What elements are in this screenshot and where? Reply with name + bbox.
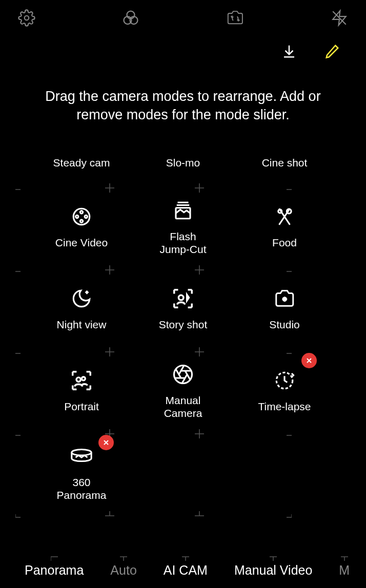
modes-row-2: Night view Story shot Studio xyxy=(31,268,335,350)
tab-manual-video[interactable]: Manual Video xyxy=(221,563,326,578)
remove-mode-button[interactable] xyxy=(301,353,317,368)
svg-point-0 xyxy=(25,16,29,20)
portrait-icon xyxy=(70,368,93,393)
mode-label: Story shot xyxy=(159,318,208,331)
svg-point-19 xyxy=(72,449,91,455)
mode-label: Steady cam xyxy=(53,156,110,169)
tab-ai-cam[interactable]: AI CAM xyxy=(150,563,221,578)
modes-row-1: Cine Video Flash Jump-Cut Food xyxy=(31,186,335,268)
mode-steady-cam[interactable]: Steady cam xyxy=(31,140,132,186)
tab-more[interactable]: M xyxy=(326,563,363,578)
svg-point-7 xyxy=(80,211,83,214)
instructions-text: Drag the camera modes to rearrange. Add … xyxy=(0,67,366,140)
svg-point-8 xyxy=(76,216,78,218)
mode-story-shot[interactable]: Story shot xyxy=(132,268,234,350)
utensils-icon xyxy=(274,204,295,229)
modes-row-0: Steady cam Slo-mo Cine shot xyxy=(31,140,335,186)
mode-label: Portrait xyxy=(64,400,99,413)
mode-studio[interactable]: Studio xyxy=(234,268,335,350)
moon-icon xyxy=(71,286,92,311)
aperture-icon xyxy=(172,362,194,387)
mode-label: Cine shot xyxy=(262,156,308,169)
modes-row-4: 360 Panorama xyxy=(31,432,335,514)
mode-label: Slo-mo xyxy=(166,156,200,169)
mode-slider[interactable]: Panorama Auto AI CAM Manual Video M xyxy=(0,552,366,588)
mode-label: Studio xyxy=(269,318,300,331)
mode-flash-jump-cut[interactable]: Flash Jump-Cut xyxy=(132,186,234,268)
mode-manual-camera[interactable]: Manual Camera xyxy=(132,350,234,432)
person-frame-icon xyxy=(171,286,195,311)
clock-icon xyxy=(274,368,295,393)
camera-sparkle-icon xyxy=(273,286,296,311)
empty-slot xyxy=(132,432,234,514)
tab-auto[interactable]: Auto xyxy=(97,563,150,578)
mode-360-panorama[interactable]: 360 Panorama xyxy=(31,432,132,514)
svg-point-15 xyxy=(76,377,80,382)
modes-row-3: Portrait Manual Camera Time-lapse xyxy=(31,350,335,432)
download-icon[interactable] xyxy=(280,42,298,60)
mode-label: Time-lapse xyxy=(258,400,311,413)
svg-rect-11 xyxy=(176,207,190,218)
mode-label: Night view xyxy=(57,318,107,331)
remove-mode-button[interactable] xyxy=(98,435,114,450)
mode-label: Flash Jump-Cut xyxy=(159,230,206,256)
mode-label: Cine Video xyxy=(55,236,108,249)
stack-icon xyxy=(172,198,194,223)
svg-point-16 xyxy=(82,377,85,381)
mode-cine-shot[interactable]: Cine shot xyxy=(234,140,335,186)
camera-top-toolbar xyxy=(0,0,366,36)
settings-icon[interactable] xyxy=(16,8,37,28)
flash-off-icon[interactable] xyxy=(329,8,350,28)
empty-slot xyxy=(234,432,335,514)
mode-label: Manual Camera xyxy=(164,394,202,419)
modes-grid: Steady cam Slo-mo Cine shot Cine Video F… xyxy=(0,140,366,514)
mode-portrait[interactable]: Portrait xyxy=(31,350,132,432)
filter-icon[interactable] xyxy=(120,8,141,28)
svg-point-10 xyxy=(80,220,83,222)
mode-night-view[interactable]: Night view xyxy=(31,268,132,350)
reel-icon xyxy=(71,204,92,229)
switch-camera-icon[interactable] xyxy=(225,8,246,28)
tab-panorama[interactable]: Panorama xyxy=(11,563,97,578)
mode-edit-actions xyxy=(0,36,366,67)
svg-point-9 xyxy=(85,216,87,218)
edit-icon[interactable] xyxy=(323,42,341,60)
mode-cine-video[interactable]: Cine Video xyxy=(31,186,132,268)
mode-label: Food xyxy=(272,236,297,249)
mode-slo-mo[interactable]: Slo-mo xyxy=(132,140,234,186)
mode-time-lapse[interactable]: Time-lapse xyxy=(234,350,335,432)
svg-point-14 xyxy=(178,296,184,301)
mode-label: 360 Panorama xyxy=(57,476,107,501)
pano360-icon xyxy=(70,444,93,469)
mode-food[interactable]: Food xyxy=(234,186,335,268)
